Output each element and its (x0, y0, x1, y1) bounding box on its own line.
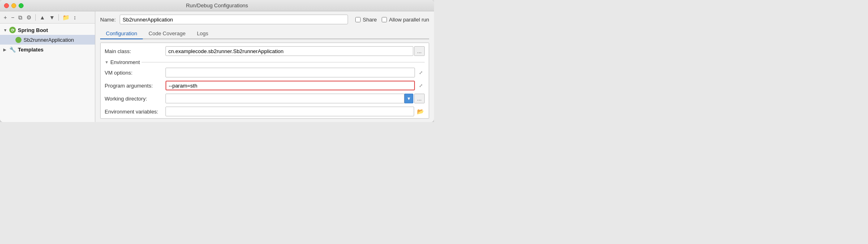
window-title: Run/Debug Configurations (186, 2, 248, 9)
tab-logs[interactable]: Logs (191, 28, 214, 39)
program-args-row: Program arguments: ⤢ (105, 81, 425, 90)
title-bar: Run/Debug Configurations (0, 0, 434, 11)
settings-config-button[interactable]: ⚙ (25, 14, 33, 21)
main-content: + − ⧉ ⚙ ▲ ▼ 📁 ↕ ▼ Spring Boot (0, 11, 434, 122)
remove-config-button[interactable]: − (10, 14, 15, 21)
main-class-label: Main class: (105, 48, 165, 54)
program-args-expand-button[interactable]: ⤢ (417, 81, 425, 90)
traffic-lights (4, 3, 24, 8)
vm-options-label: VM options: (105, 70, 165, 76)
tab-configuration[interactable]: Configuration (100, 28, 143, 39)
environment-section-line (142, 62, 425, 62)
sb2runner-label: Sb2runnerApplication (24, 37, 74, 43)
env-vars-label: Environment variables: (105, 109, 165, 115)
main-class-browse-button[interactable]: ... (414, 46, 425, 56)
env-vars-folder-button[interactable]: 📂 (416, 107, 425, 116)
sort-button[interactable]: ↕ (72, 14, 77, 21)
add-config-button[interactable]: + (2, 14, 8, 21)
name-row: Name: Share Allow parallel run (100, 15, 429, 24)
vm-options-expand-button[interactable]: ⤢ (417, 68, 425, 77)
share-checkbox-row: Share (355, 17, 377, 23)
vm-options-input[interactable] (165, 68, 415, 77)
working-dir-row: Working directory: ▼ ... (105, 94, 425, 103)
name-input[interactable] (120, 15, 348, 24)
tree-spring-boot[interactable]: ▼ Spring Boot (0, 25, 95, 35)
program-args-label: Program arguments: (105, 83, 165, 89)
main-class-row: Main class: ... (105, 46, 425, 56)
config-tabs: Configuration Code Coverage Logs (100, 28, 429, 39)
app-icon (15, 36, 22, 43)
left-panel: + − ⧉ ⚙ ▲ ▼ 📁 ↕ ▼ Spring Boot (0, 11, 95, 122)
allow-parallel-checkbox[interactable] (382, 17, 387, 22)
run-debug-window: Run/Debug Configurations + − ⧉ ⚙ ▲ ▼ 📁 ↕… (0, 0, 434, 122)
copy-config-button[interactable]: ⧉ (17, 14, 24, 21)
working-dir-label: Working directory: (105, 96, 165, 102)
top-right-options: Share Allow parallel run (355, 17, 429, 23)
environment-section-header: ▼ Environment (105, 59, 425, 65)
tab-code-coverage[interactable]: Code Coverage (143, 28, 191, 39)
allow-parallel-checkbox-row: Allow parallel run (382, 17, 429, 23)
expand-arrow-templates: ▶ (3, 47, 9, 52)
share-checkbox[interactable] (355, 17, 361, 22)
left-toolbar: + − ⧉ ⚙ ▲ ▼ 📁 ↕ (0, 11, 95, 24)
move-up-button[interactable]: ▲ (38, 14, 46, 21)
working-dir-browse-button[interactable]: ... (414, 94, 425, 103)
environment-collapse-arrow[interactable]: ▼ (105, 60, 109, 64)
move-down-button[interactable]: ▼ (48, 14, 56, 21)
maximize-button[interactable] (19, 3, 24, 8)
allow-parallel-label: Allow parallel run (389, 17, 429, 23)
config-tree: ▼ Spring Boot Sb2runnerApplication (0, 24, 95, 122)
env-vars-row: Environment variables: 📂 (105, 107, 425, 116)
env-vars-input[interactable] (165, 107, 414, 116)
tree-templates[interactable]: ▶ 🔧 Templates (0, 45, 95, 54)
main-class-input[interactable] (165, 46, 413, 56)
working-dir-dropdown-button[interactable]: ▼ (404, 94, 413, 103)
name-label: Name: (100, 17, 116, 23)
spring-boot-icon (9, 26, 16, 34)
templates-label: Templates (18, 47, 43, 53)
folder-button[interactable]: 📁 (61, 14, 71, 21)
expand-arrow-spring-boot: ▼ (3, 28, 9, 32)
wrench-icon: 🔧 (9, 46, 16, 53)
tree-sb2runner-app[interactable]: Sb2runnerApplication (0, 35, 95, 45)
config-content: Main class: ... ▼ Environment VM options… (100, 43, 429, 119)
environment-label: Environment (110, 59, 140, 65)
toolbar-divider (35, 14, 36, 21)
working-dir-input[interactable] (165, 94, 404, 103)
share-label: Share (363, 17, 377, 23)
program-args-input[interactable] (165, 81, 415, 90)
vm-options-row: VM options: ⤢ (105, 68, 425, 77)
toolbar-divider-2 (58, 14, 59, 21)
close-button[interactable] (4, 3, 9, 8)
right-panel: Name: Share Allow parallel run Configura… (95, 11, 434, 122)
spring-boot-label: Spring Boot (18, 27, 48, 33)
minimize-button[interactable] (11, 3, 16, 8)
